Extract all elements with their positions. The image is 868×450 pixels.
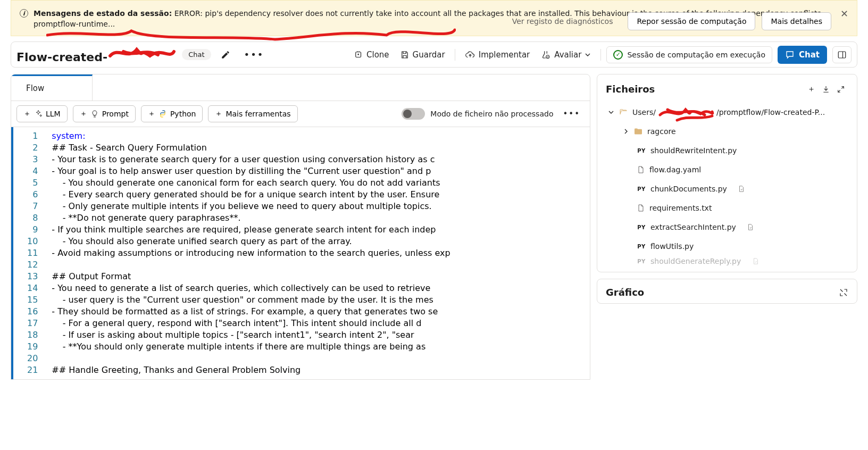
add-prompt-button[interactable]: ＋Prompt bbox=[73, 105, 136, 122]
session-status-banner: i Mensagens de estado da sessão: ERROR: … bbox=[11, 0, 857, 36]
check-circle-icon: ✓ bbox=[613, 50, 623, 60]
chevron-right-icon bbox=[623, 128, 629, 135]
collapse-icon bbox=[837, 85, 845, 94]
file-row[interactable]: PYshouldGenerateReply.py bbox=[606, 256, 848, 266]
file-extra-icon bbox=[752, 257, 760, 265]
editor-panel: Flow ＋LLM ＋Prompt ＋Python ＋Mais ferramen… bbox=[11, 74, 590, 380]
edit-name-button[interactable] bbox=[216, 47, 235, 63]
raw-mode-toggle[interactable] bbox=[402, 108, 425, 120]
download-button[interactable] bbox=[819, 83, 833, 96]
folder-label: ragcore bbox=[647, 127, 676, 136]
file-name: flowUtils.py bbox=[650, 242, 694, 251]
file-row[interactable]: PYshouldRewriteIntent.py bbox=[606, 141, 848, 160]
add-llm-button[interactable]: ＋LLM bbox=[16, 105, 68, 122]
file-name: extractSearchIntent.py bbox=[650, 223, 736, 231]
add-python-button[interactable]: ＋Python bbox=[141, 105, 203, 122]
redaction-scribble bbox=[107, 45, 177, 61]
add-file-button[interactable]: ＋ bbox=[804, 82, 819, 96]
file-row[interactable]: flow.dag.yaml bbox=[606, 160, 848, 179]
expand-icon[interactable] bbox=[839, 288, 848, 297]
svg-rect-2 bbox=[838, 52, 846, 58]
beaker-check-icon bbox=[540, 50, 551, 60]
code-editor[interactable]: 123456789101112131415161718192021 system… bbox=[11, 127, 590, 379]
chevron-down-icon bbox=[585, 52, 591, 58]
path-segment: /promptflow/Flow-created-P... bbox=[716, 108, 825, 116]
python-file-icon: PY bbox=[637, 244, 646, 249]
panel-right-icon bbox=[837, 50, 847, 60]
flow-title: Flow-created- bbox=[16, 45, 177, 64]
main-toolbar: Flow-created- Chat ••• Clone Guardar Imp… bbox=[11, 41, 857, 68]
chat-button[interactable]: Chat bbox=[778, 46, 827, 64]
editor-more-button[interactable]: ••• bbox=[558, 106, 585, 122]
file-icon bbox=[637, 165, 645, 174]
pencil-icon bbox=[221, 50, 230, 60]
python-file-icon: PY bbox=[637, 148, 646, 154]
file-name: chunkDocuments.py bbox=[650, 185, 727, 193]
view-diagnostics-button[interactable]: Ver registo de diagnósticos bbox=[504, 12, 622, 30]
python-file-icon: PY bbox=[637, 186, 646, 192]
collapse-button[interactable] bbox=[833, 83, 848, 96]
evaluate-button[interactable]: Avaliar bbox=[536, 47, 595, 63]
file-name: shouldRewriteIntent.py bbox=[650, 146, 737, 155]
sparkle-icon bbox=[34, 110, 43, 118]
python-icon bbox=[158, 110, 167, 118]
close-icon[interactable]: ✕ bbox=[840, 8, 848, 19]
file-path-row[interactable]: Users/ /promptflow/Flow-created-P... bbox=[606, 103, 848, 122]
clone-button[interactable]: Clone bbox=[349, 47, 394, 63]
file-row[interactable]: PYflowUtils.py bbox=[606, 237, 848, 256]
more-details-button[interactable]: Mais detalhes bbox=[762, 12, 831, 30]
flow-type-chip: Chat bbox=[182, 49, 211, 60]
graph-title: Gráfico bbox=[606, 287, 644, 298]
file-name: requirements.txt bbox=[649, 204, 712, 212]
toggle-panel-button[interactable] bbox=[832, 46, 852, 63]
file-extra-icon bbox=[738, 185, 745, 193]
raw-mode-label: Modo de ficheiro não processado bbox=[430, 110, 553, 118]
lightbulb-icon bbox=[90, 110, 99, 118]
python-file-icon: PY bbox=[637, 224, 646, 230]
tab-flow[interactable]: Flow bbox=[11, 74, 93, 101]
more-menu-button[interactable]: ••• bbox=[240, 46, 269, 63]
python-file-icon: PY bbox=[637, 259, 646, 264]
file-row[interactable]: requirements.txt bbox=[606, 198, 848, 218]
redaction-scribble bbox=[657, 104, 715, 123]
deploy-button[interactable]: Implementar bbox=[461, 47, 535, 63]
file-name: flow.dag.yaml bbox=[649, 165, 701, 174]
editor-toolbar: ＋LLM ＋Prompt ＋Python ＋Mais ferramentas M… bbox=[11, 101, 590, 127]
save-icon bbox=[400, 50, 410, 60]
file-name: shouldGenerateReply.py bbox=[650, 257, 741, 265]
graph-panel[interactable]: Gráfico bbox=[597, 279, 857, 304]
reset-session-button[interactable]: Repor sessão de computação bbox=[628, 12, 755, 30]
file-icon bbox=[637, 204, 645, 212]
save-button[interactable]: Guardar bbox=[396, 47, 449, 63]
download-icon bbox=[822, 85, 830, 94]
cloud-upload-icon bbox=[465, 50, 475, 60]
folder-icon bbox=[633, 128, 643, 135]
path-segment: Users/ bbox=[632, 108, 656, 116]
files-panel: Ficheiros ＋ Users/ /promptflow/Flow-crea… bbox=[597, 74, 857, 272]
clone-icon bbox=[354, 50, 363, 60]
add-more-tools-button[interactable]: ＋Mais ferramentas bbox=[208, 105, 297, 122]
folder-row[interactable]: ragcore bbox=[606, 122, 848, 141]
file-row[interactable]: PYextractSearchIntent.py bbox=[606, 218, 848, 237]
chat-icon bbox=[785, 50, 795, 60]
file-row[interactable]: PYchunkDocuments.py bbox=[606, 179, 848, 198]
folder-open-icon bbox=[619, 108, 628, 116]
files-title: Ficheiros bbox=[606, 84, 655, 95]
file-extra-icon bbox=[747, 223, 754, 231]
info-icon: i bbox=[20, 9, 28, 18]
chevron-down-icon bbox=[608, 109, 614, 115]
compute-session-status[interactable]: ✓Sessão de computação em execução bbox=[606, 46, 772, 63]
